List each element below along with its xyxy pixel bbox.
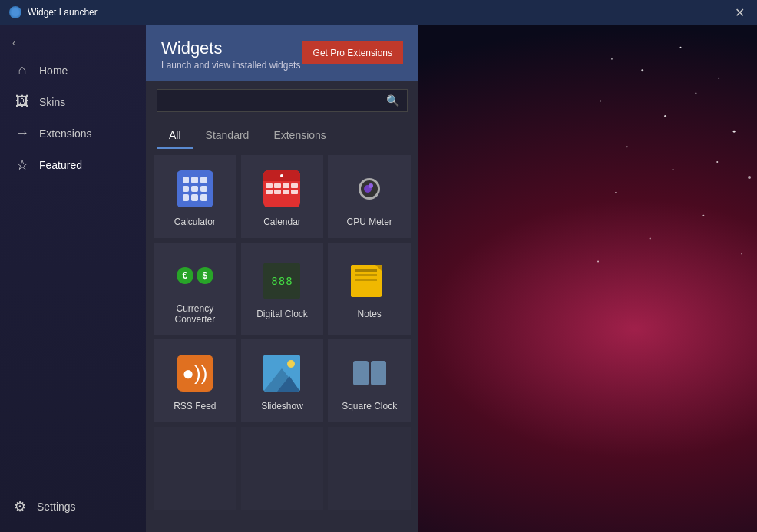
svg-point-9	[748, 176, 751, 179]
app-icon	[9, 6, 21, 18]
search-icon: 🔍	[378, 90, 407, 111]
sidebar-item-home[interactable]: ⌂ Home	[0, 55, 146, 86]
widget-tile-digital-clock[interactable]: 888 Digital Clock	[241, 243, 324, 335]
notes-icon	[349, 261, 389, 301]
widget-tile-empty-3	[328, 427, 411, 510]
widget-tile-empty-2	[241, 427, 324, 510]
sidebar: ‹ ⌂ Home 🖼 Skins → Extensions ☆ Featured…	[0, 25, 146, 532]
cpu-meter-label: CPU Meter	[346, 216, 392, 227]
svg-point-17	[650, 238, 651, 240]
calculator-label: Calculator	[174, 216, 216, 227]
widget-tile-slideshow[interactable]: Slideshow	[241, 339, 324, 422]
svg-point-4	[664, 115, 666, 117]
svg-point-12	[600, 101, 601, 102]
page-title: Widgets	[161, 38, 300, 58]
currency-converter-label: Currency Converter	[160, 303, 230, 325]
sidebar-settings-label: Settings	[37, 501, 76, 513]
svg-point-7	[626, 146, 628, 147]
square-clock-icon	[349, 353, 389, 393]
tab-standard[interactable]: Standard	[193, 123, 262, 149]
sidebar-item-featured-label: Featured	[39, 159, 82, 171]
rss-feed-icon: ●))	[175, 353, 215, 393]
cpu-meter-icon	[349, 169, 389, 209]
search-wrapper: 🔍	[157, 89, 408, 112]
svg-point-3	[611, 58, 613, 60]
square-clock-label: Square Clock	[342, 401, 397, 411]
content-header: Widgets Launch and view installed widget…	[146, 25, 418, 81]
svg-point-5	[718, 78, 719, 79]
extensions-icon: →	[15, 125, 30, 141]
svg-point-2	[695, 93, 696, 94]
back-icon: ‹	[12, 37, 15, 48]
content-header-info: Widgets Launch and view installed widget…	[161, 38, 300, 71]
svg-point-10	[673, 169, 674, 170]
widget-tile-currency-converter[interactable]: € $ Currency Converter	[154, 243, 236, 335]
svg-point-0	[641, 69, 643, 71]
close-button[interactable]: ✕	[732, 5, 748, 20]
svg-point-24	[287, 360, 295, 368]
sidebar-item-featured[interactable]: ☆ Featured	[0, 149, 146, 181]
home-icon: ⌂	[15, 62, 30, 78]
calendar-icon	[262, 169, 302, 209]
widget-grid: Calculator	[146, 149, 418, 532]
digital-clock-icon: 888	[262, 261, 302, 301]
tabs: All Standard Extensions	[146, 120, 418, 149]
titlebar-left: Widget Launcher	[9, 6, 98, 18]
svg-point-1	[680, 47, 682, 48]
widget-tile-cpu-meter[interactable]: CPU Meter	[328, 155, 411, 238]
calendar-label: Calendar	[263, 216, 301, 227]
sidebar-bottom: ⚙ Settings	[0, 491, 146, 532]
tab-all[interactable]: All	[157, 123, 193, 149]
currency-converter-icon: € $	[175, 256, 215, 296]
sidebar-item-skins[interactable]: 🖼 Skins	[0, 86, 146, 117]
sidebar-nav: ⌂ Home 🖼 Skins → Extensions ☆ Featured	[0, 55, 146, 491]
sidebar-item-extensions[interactable]: → Extensions	[0, 117, 146, 149]
settings-icon: ⚙	[12, 498, 28, 515]
tab-extensions[interactable]: Extensions	[261, 123, 338, 149]
svg-point-16	[741, 253, 742, 255]
content-panel: Widgets Launch and view installed widget…	[146, 25, 418, 532]
widget-tile-notes[interactable]: Notes	[328, 243, 411, 335]
widget-tile-calculator[interactable]: Calculator	[154, 155, 236, 238]
digital-clock-label: Digital Clock	[256, 309, 308, 319]
featured-icon: ☆	[15, 157, 30, 173]
sidebar-item-extensions-label: Extensions	[39, 127, 91, 140]
app-body: ‹ ⌂ Home 🖼 Skins → Extensions ☆ Featured…	[0, 25, 757, 532]
widget-tile-rss-feed[interactable]: ●)) RSS Feed	[154, 339, 236, 422]
rss-feed-label: RSS Feed	[174, 401, 216, 411]
calculator-icon	[175, 169, 215, 209]
back-button[interactable]: ‹	[0, 31, 146, 55]
search-bar: 🔍	[146, 81, 418, 120]
notes-label: Notes	[357, 309, 381, 319]
svg-point-14	[615, 192, 617, 193]
svg-point-19	[597, 260, 599, 262]
right-panel: Widgets Launch and view installed widget…	[146, 25, 757, 532]
slideshow-label: Slideshow	[261, 401, 303, 411]
sidebar-item-home-label: Home	[39, 64, 68, 77]
titlebar: Widget Launcher ✕	[0, 0, 757, 25]
page-subtitle: Launch and view installed widgets	[161, 60, 300, 71]
svg-point-15	[702, 215, 704, 216]
sidebar-settings[interactable]: ⚙ Settings	[0, 491, 146, 523]
get-pro-button[interactable]: Get Pro Extensions	[302, 41, 403, 64]
svg-point-20	[716, 161, 718, 163]
titlebar-title: Widget Launcher	[28, 7, 98, 18]
svg-point-6	[733, 131, 736, 133]
widget-tile-square-clock[interactable]: Square Clock	[328, 339, 411, 422]
slideshow-icon	[262, 353, 302, 393]
skins-icon: 🖼	[15, 94, 30, 110]
sidebar-item-skins-label: Skins	[39, 96, 65, 108]
widget-tile-calendar[interactable]: Calendar	[241, 155, 324, 238]
search-input[interactable]	[157, 91, 378, 111]
widget-tile-empty-1	[154, 427, 236, 510]
